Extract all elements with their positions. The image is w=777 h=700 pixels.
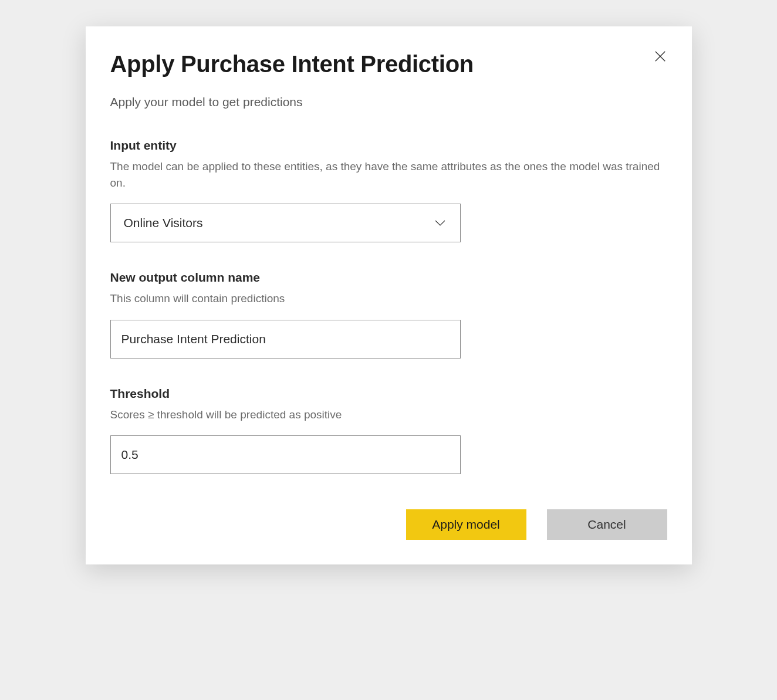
output-column-label: New output column name <box>110 270 667 285</box>
input-entity-dropdown[interactable]: Online Visitors <box>110 204 461 242</box>
input-entity-description: The model can be applied to these entiti… <box>110 158 667 191</box>
cancel-button[interactable]: Cancel <box>547 509 667 540</box>
input-entity-field-group: Input entity The model can be applied to… <box>110 138 667 242</box>
chevron-down-icon <box>433 217 447 229</box>
input-entity-value: Online Visitors <box>124 216 203 230</box>
threshold-field-group: Threshold Scores ≥ threshold will be pre… <box>110 387 667 475</box>
close-icon <box>654 50 667 65</box>
input-entity-label: Input entity <box>110 138 667 153</box>
close-button[interactable] <box>652 49 668 65</box>
output-column-input[interactable] <box>110 320 461 359</box>
dialog-subtitle: Apply your model to get predictions <box>110 95 667 109</box>
apply-model-dialog: Apply Purchase Intent Prediction Apply y… <box>86 26 692 564</box>
output-column-description: This column will contain predictions <box>110 290 667 307</box>
threshold-label: Threshold <box>110 387 667 401</box>
button-row: Apply model Cancel <box>110 509 667 540</box>
output-column-field-group: New output column name This column will … <box>110 270 667 359</box>
threshold-input[interactable] <box>110 435 461 474</box>
apply-model-button[interactable]: Apply model <box>406 509 526 540</box>
dialog-title: Apply Purchase Intent Prediction <box>110 51 667 77</box>
threshold-description: Scores ≥ threshold will be predicted as … <box>110 407 667 423</box>
